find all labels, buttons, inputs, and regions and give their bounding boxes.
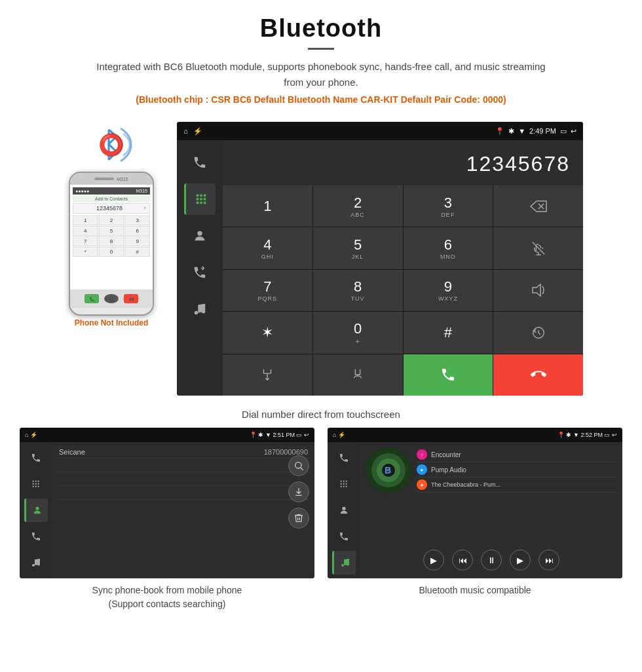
ms-phone-icon[interactable] [332,446,356,470]
delete-contact-btn[interactable] [288,508,309,529]
ms-dialpad-icon[interactable] [332,472,356,496]
phone-key-9[interactable]: 9 [124,236,150,246]
ms-contacts-icon[interactable] [332,498,356,522]
music-time: 2:52 PM [580,432,603,438]
phone-mockup: M315 ●●●●●M315 Add to Contacts 12345678 … [69,172,154,316]
ms-music-icon[interactable] [332,551,356,574]
key-star[interactable]: ✶ [223,312,312,353]
phone-call-btn[interactable]: 📞 [85,294,99,303]
main-screen-caption: Dial number direct from touchscreen [0,402,642,424]
svg-rect-26 [33,486,34,487]
cs-music-icon[interactable] [24,551,48,574]
cs-contacts-icon[interactable] [24,498,48,522]
key-transfer[interactable] [313,354,403,396]
key-hash[interactable]: # [404,312,493,353]
music-pause-btn[interactable]: ⏸ [481,550,502,570]
svg-rect-9 [203,202,206,204]
phone-key-1[interactable]: 1 [73,215,98,225]
svg-point-32 [295,462,301,468]
phone-key-6[interactable]: 6 [124,226,150,236]
music-phone-ui: B ♪ Encounter ● Pump Audio [328,442,622,578]
key-7[interactable]: 7PQRS [223,270,312,311]
svg-line-33 [301,468,303,470]
phone-key-hash[interactable]: # [124,247,150,257]
svg-rect-38 [343,483,345,485]
sidebar-transfer-icon[interactable] [184,257,216,288]
key-2[interactable]: 2ABC [313,185,403,227]
key-speaker[interactable] [493,270,583,311]
key-1[interactable]: 1 [223,185,312,227]
key-end-call[interactable] [493,354,583,396]
music-play-btn[interactable]: ▶ [423,550,444,570]
phone-key-4[interactable]: 4 [73,226,98,236]
phone-key-2[interactable]: 2 [99,215,124,225]
ms-transfer-icon[interactable] [332,525,356,548]
key-6[interactable]: 6MNO [404,227,493,269]
sidebar-phone-icon[interactable] [184,147,216,178]
dialer-panel: 12345678 1 2ABC 3DEF 4GHI 5JKL 6MNO [223,140,583,396]
search-contact-btn[interactable] [288,455,309,476]
key-4[interactable]: 4GHI [223,227,312,269]
music-tracks-list: ♪ Encounter ● Pump Audio ● The Cheebacab… [417,447,617,493]
phone-home-btn[interactable]: ◯ [104,294,119,303]
phone-top-bar: M315 [70,173,153,185]
track-2-icon: ● [417,464,427,475]
cs-transfer-icon[interactable] [24,525,48,548]
main-phone-ui: 12345678 1 2ABC 3DEF 4GHI 5JKL 6MNO [177,140,583,396]
phone-key-5[interactable]: 5 [99,226,124,236]
sidebar-contacts-icon[interactable] [184,220,216,252]
contact-row-2 [56,458,311,472]
phone-key-7[interactable]: 7 [73,236,98,246]
music-prev-btn[interactable]: ⏮ [452,550,473,570]
contacts-content: Seicane 18700000690 [52,442,314,578]
key-9[interactable]: 9WXYZ [404,270,493,311]
contacts-card: ⌂ ⚡ 📍 ✱ ▼ 2:51 PM ▭ ↩ [20,428,314,611]
bt-icon-wrap: ⭕ [85,122,138,168]
key-call[interactable] [404,354,493,396]
phone-screen-header: ●●●●●M315 [73,187,150,195]
key-3[interactable]: 3DEF [404,185,493,227]
phone-key-8[interactable]: 8 [99,236,124,246]
music-forward-btn[interactable]: ▶ [510,550,531,570]
key-swap[interactable] [493,312,583,353]
contact-row-3 [56,472,311,486]
back-icon[interactable]: ↩ [571,127,576,136]
contacts-caption: Sync phone-book from mobile phone(Suppor… [92,578,242,611]
contacts-back-icon[interactable]: ↩ [304,432,309,438]
music-wifi-icon: ▼ [573,432,579,438]
key-merge[interactable] [223,354,312,396]
phone-end-btn[interactable]: 📵 [124,294,138,303]
svg-rect-39 [346,483,347,485]
music-sidebar [328,442,360,578]
contact-row[interactable]: Seicane 18700000690 [56,446,311,458]
contacts-panel: Seicane 18700000690 [52,442,314,504]
key-backspace[interactable] [493,185,583,227]
cs-dialpad-icon[interactable] [24,472,48,496]
download-contact-btn[interactable] [288,481,309,502]
disc-art: B [366,447,411,493]
key-0[interactable]: 0+ [313,312,403,353]
music-android-screen: ⌂ ⚡ 📍 ✱ ▼ 2:52 PM ▭ ↩ [328,428,622,578]
svg-rect-6 [203,198,206,200]
key-5[interactable]: 5JKL [313,227,403,269]
cs-phone-icon[interactable] [24,446,48,470]
music-card: ⌂ ⚡ 📍 ✱ ▼ 2:52 PM ▭ ↩ [328,428,622,611]
svg-point-43 [342,507,345,510]
track-1[interactable]: ♪ Encounter [417,447,617,462]
track-3[interactable]: ● The Cheebacabra - Pum... [417,477,617,493]
phone-key-3[interactable]: 3 [124,215,150,225]
phone-key-star[interactable]: * [73,247,98,257]
sidebar-dialpad-icon[interactable] [184,183,216,215]
music-next-btn[interactable]: ⏭ [538,550,559,570]
key-mute[interactable] [493,227,583,269]
phone-not-included-label: Phone Not Included [75,318,149,327]
key-8[interactable]: 8TUV [313,270,403,311]
contacts-status-bar: ⌂ ⚡ 📍 ✱ ▼ 2:51 PM ▭ ↩ [20,428,314,442]
phone-key-0[interactable]: 0 [99,247,124,257]
phone-speaker [94,177,114,180]
sidebar-music-icon[interactable] [184,293,216,325]
svg-point-44 [341,564,344,567]
bluetooth-icon: ⭕ [98,132,124,157]
track-2[interactable]: ● Pump Audio [417,462,617,477]
music-back-icon[interactable]: ↩ [612,432,617,438]
